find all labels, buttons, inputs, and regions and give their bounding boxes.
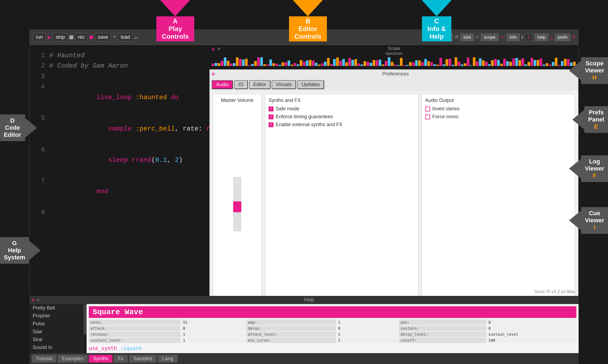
audio-output-title: Audio Output [425,98,571,103]
use-synth-keyword: use_synth [89,345,117,351]
svg-rect-81 [458,62,460,66]
svg-rect-79 [452,65,454,66]
code-area[interactable]: 1 # Haunted 2 # Coded by Sam Aaron 3 4 [30,45,209,339]
code-line-1: 1 # Haunted [30,50,209,61]
list-scrollbar[interactable] [84,304,87,353]
help-button[interactable]: help [534,34,549,41]
svg-rect-37 [324,62,327,66]
param-decay-label: decay: [246,326,336,331]
volume-slider-track[interactable] [233,177,241,231]
prefs-tab-visuals[interactable]: Visuals [272,80,296,89]
svg-rect-43 [342,59,345,66]
svg-rect-52 [370,63,372,66]
help-item-sine[interactable]: Sine [29,336,84,344]
tab-tutorial[interactable]: Tutorial [32,355,56,363]
size2-button[interactable]: size [460,34,474,41]
svg-rect-8 [236,57,238,66]
tab-fx[interactable]: Fx [114,355,128,363]
force-mono-row: Force mono [425,114,571,120]
help-item-saw[interactable]: Saw [29,328,84,336]
svg-rect-70 [424,59,427,66]
help-list: Pretty Bell Prophet Pulse Saw Sine Sound… [29,304,84,353]
svg-rect-66 [412,62,415,66]
timing-checkbox[interactable] [269,114,273,119]
svg-rect-74 [436,65,439,66]
svg-rect-62 [400,58,402,66]
arrow-a-label2: Controls [162,33,189,40]
svg-rect-61 [397,65,399,66]
save-button[interactable]: save [95,33,111,41]
param-note-value: 52 [181,320,245,325]
svg-rect-35 [318,65,320,66]
svg-rect-107 [537,60,539,66]
svg-rect-9 [239,59,241,66]
svg-rect-96 [503,59,506,66]
code-line-3: 3 [30,71,209,82]
svg-rect-112 [552,62,554,66]
svg-rect-78 [449,59,451,66]
prefs-tab-io[interactable]: IO [234,80,248,89]
arrow-b-label1: Editor [294,25,321,33]
help-item-soundin[interactable]: Sound In [29,344,84,351]
info-icon: ℹ [521,35,523,40]
svg-rect-91 [488,64,491,66]
help-item-prophet[interactable]: Prophet [29,312,84,320]
svg-rect-87 [476,61,478,66]
scope-second-btn[interactable]: ⊙ [218,46,220,51]
help-close-circle[interactable]: ⊙ [37,297,40,303]
run-button[interactable]: run [33,33,46,41]
tab-lang[interactable]: Lang [158,355,177,363]
svg-rect-45 [348,58,351,66]
param-attacklevel-label: attack_level: [246,332,336,337]
svg-rect-67 [415,60,418,66]
tab-synths[interactable]: Synths [89,355,113,363]
param-amp-label: amp: [246,320,336,325]
lambda-button[interactable]: λ [525,34,533,41]
param-decaylevel-value: sustain_level [487,332,576,337]
timing-row: Enforce timing guarantees [269,114,415,120]
external-synths-checkbox[interactable] [269,122,273,127]
synth-name-bar: Square Wave [89,306,576,318]
prefs-button[interactable]: prefs [555,34,571,41]
line-num-1: 1 [34,50,45,61]
scope-button[interactable]: scope [481,34,498,41]
svg-rect-36 [321,63,323,66]
line-num-7: 7 [34,176,45,207]
info-button[interactable]: info [507,34,520,41]
svg-rect-58 [388,57,390,66]
svg-rect-100 [515,58,518,66]
svg-rect-6 [230,63,232,66]
tab-samples[interactable]: Samples [129,355,157,363]
code-text-7: end [49,176,108,207]
help-icon: △ [550,34,553,40]
svg-rect-105 [531,58,533,66]
svg-rect-115 [561,61,563,66]
stop-button[interactable]: stop [53,33,68,41]
svg-rect-41 [336,57,339,66]
safe-mode-label: Safe mode [276,106,299,112]
param-release-label: release: [89,332,181,337]
arrow-a-label1: Play [162,25,189,33]
volume-handle[interactable] [233,201,241,212]
svg-rect-88 [479,58,481,66]
tab-examples[interactable]: Examples [57,355,88,363]
load-button[interactable]: load [118,33,133,41]
help-item-pulse[interactable]: Pulse [29,320,84,328]
help-close-x[interactable]: ⊗ [32,297,35,303]
safe-mode-checkbox[interactable] [269,107,273,111]
svg-rect-111 [549,65,551,66]
force-mono-checkbox[interactable] [425,114,430,119]
prefs-tab-updates[interactable]: Updates [297,80,324,89]
param-decaylevel-label: decay_level: [399,332,486,337]
prefs-tab-audio[interactable]: Audio [212,80,233,89]
prefs-close-btn[interactable]: ⊗ [212,71,215,77]
rec-button[interactable]: rec [75,33,88,41]
prefs-tab-editor[interactable]: Editor [249,80,270,89]
svg-rect-49 [360,65,363,66]
svg-rect-83 [464,63,466,66]
side-arrow-f: Log Viewer F [569,155,608,182]
help-main: Square Wave note: 52 amp: 1 pan: 0 attac… [87,304,579,353]
invert-stereo-checkbox[interactable] [425,107,430,111]
scope-close-btn[interactable]: ⊗ [212,46,215,53]
help-item-prettybell[interactable]: Pretty Bell [29,304,84,312]
